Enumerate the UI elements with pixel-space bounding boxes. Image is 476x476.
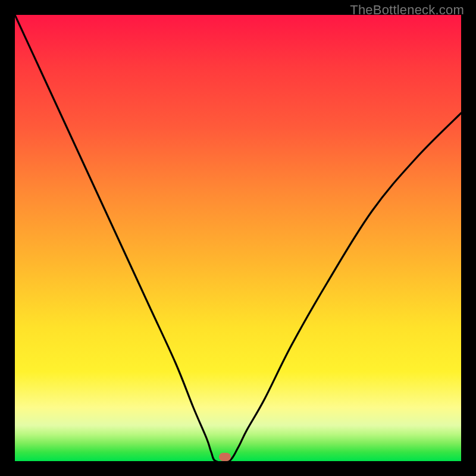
chart-frame: TheBottleneck.com — [0, 0, 476, 476]
chart-gradient-background — [15, 15, 461, 461]
watermark-text: TheBottleneck.com — [350, 2, 464, 18]
